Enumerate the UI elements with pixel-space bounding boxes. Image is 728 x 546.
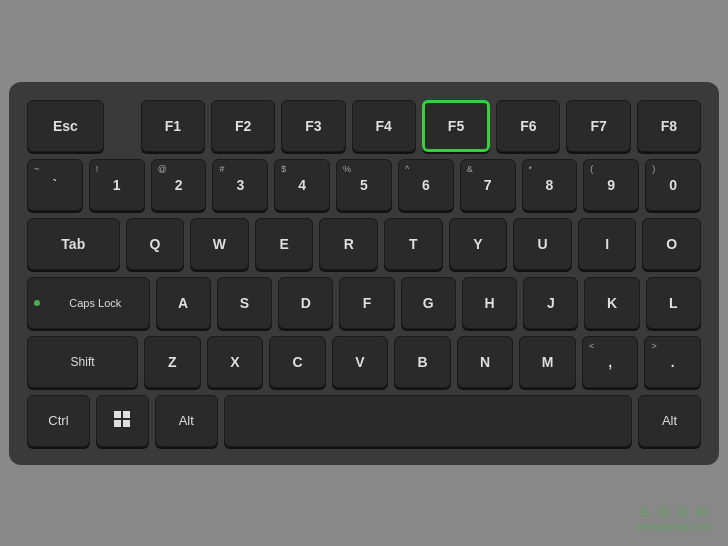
key-space[interactable] bbox=[224, 395, 632, 447]
key-1[interactable]: ! 1 bbox=[89, 159, 145, 211]
key-f7[interactable]: F7 bbox=[566, 100, 630, 152]
key-capslock[interactable]: Caps Lock bbox=[27, 277, 150, 329]
key-k[interactable]: K bbox=[584, 277, 639, 329]
key-o[interactable]: O bbox=[642, 218, 701, 270]
key-ctrl[interactable]: Ctrl bbox=[27, 395, 90, 447]
key-w[interactable]: W bbox=[190, 218, 249, 270]
key-tab[interactable]: Tab bbox=[27, 218, 120, 270]
key-f2[interactable]: F2 bbox=[211, 100, 275, 152]
key-f4[interactable]: F4 bbox=[352, 100, 416, 152]
key-t[interactable]: T bbox=[384, 218, 443, 270]
key-r[interactable]: R bbox=[319, 218, 378, 270]
key-l[interactable]: L bbox=[646, 277, 701, 329]
key-f[interactable]: F bbox=[339, 277, 394, 329]
key-3[interactable]: # 3 bbox=[212, 159, 268, 211]
key-alt-right[interactable]: Alt bbox=[638, 395, 701, 447]
key-b[interactable]: B bbox=[394, 336, 451, 388]
row-zxcv: Shift Z X C V B N M < , > . bbox=[27, 336, 701, 388]
key-a[interactable]: A bbox=[156, 277, 211, 329]
svg-rect-3 bbox=[123, 420, 130, 427]
key-i[interactable]: I bbox=[578, 218, 637, 270]
key-v[interactable]: V bbox=[332, 336, 389, 388]
key-0[interactable]: ) 0 bbox=[645, 159, 701, 211]
key-u[interactable]: U bbox=[513, 218, 572, 270]
row-qwerty: Tab Q W E R T Y U I O bbox=[27, 218, 701, 270]
key-f6[interactable]: F6 bbox=[496, 100, 560, 152]
watermark: 生 活 百 科 www.bimeiz.com bbox=[638, 504, 712, 532]
key-d[interactable]: D bbox=[278, 277, 333, 329]
key-comma[interactable]: < , bbox=[582, 336, 639, 388]
key-period[interactable]: > . bbox=[644, 336, 701, 388]
key-h[interactable]: H bbox=[462, 277, 517, 329]
key-backtick[interactable]: ~ ` bbox=[27, 159, 83, 211]
key-f8[interactable]: F8 bbox=[637, 100, 701, 152]
key-9[interactable]: ( 9 bbox=[583, 159, 639, 211]
key-5[interactable]: % 5 bbox=[336, 159, 392, 211]
key-2[interactable]: @ 2 bbox=[151, 159, 207, 211]
key-f1[interactable]: F1 bbox=[141, 100, 205, 152]
key-z[interactable]: Z bbox=[144, 336, 201, 388]
key-shift[interactable]: Shift bbox=[27, 336, 138, 388]
svg-rect-1 bbox=[123, 411, 130, 418]
svg-rect-0 bbox=[114, 411, 121, 418]
windows-icon bbox=[114, 411, 130, 430]
key-8[interactable]: * 8 bbox=[522, 159, 578, 211]
page-wrapper: Esc F1 F2 F3 F4 F5 F6 F7 F8 ~ ` ! 1 @ 2 bbox=[0, 0, 728, 546]
key-win[interactable] bbox=[96, 395, 149, 447]
keyboard: Esc F1 F2 F3 F4 F5 F6 F7 F8 ~ ` ! 1 @ 2 bbox=[9, 82, 719, 465]
row-num: ~ ` ! 1 @ 2 # 3 $ 4 % 5 bbox=[27, 159, 701, 211]
key-n[interactable]: N bbox=[457, 336, 514, 388]
key-7[interactable]: & 7 bbox=[460, 159, 516, 211]
key-q[interactable]: Q bbox=[126, 218, 185, 270]
row-fn: Esc F1 F2 F3 F4 F5 F6 F7 F8 bbox=[27, 100, 701, 152]
row-asdf: Caps Lock A S D F G H J K L bbox=[27, 277, 701, 329]
key-m[interactable]: M bbox=[519, 336, 576, 388]
key-alt-left[interactable]: Alt bbox=[155, 395, 218, 447]
key-esc[interactable]: Esc bbox=[27, 100, 104, 152]
key-j[interactable]: J bbox=[523, 277, 578, 329]
key-g[interactable]: G bbox=[401, 277, 456, 329]
svg-rect-2 bbox=[114, 420, 121, 427]
key-y[interactable]: Y bbox=[449, 218, 508, 270]
key-c[interactable]: C bbox=[269, 336, 326, 388]
row-bottom: Ctrl Alt Alt bbox=[27, 395, 701, 447]
key-4[interactable]: $ 4 bbox=[274, 159, 330, 211]
key-6[interactable]: ^ 6 bbox=[398, 159, 454, 211]
key-x[interactable]: X bbox=[207, 336, 264, 388]
key-e[interactable]: E bbox=[255, 218, 314, 270]
key-s[interactable]: S bbox=[217, 277, 272, 329]
key-f5[interactable]: F5 bbox=[422, 100, 490, 152]
key-f3[interactable]: F3 bbox=[281, 100, 345, 152]
